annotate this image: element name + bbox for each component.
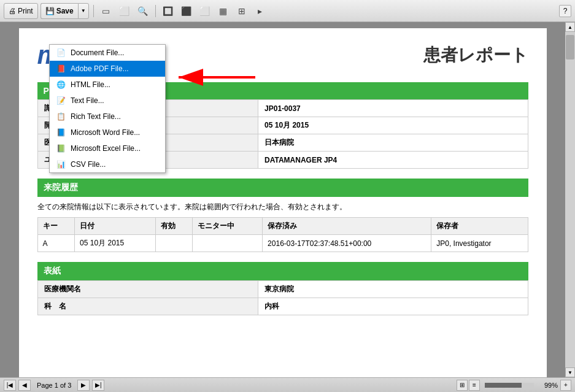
cover-table: 医療機関名 東京病院 科 名 内科 [37, 280, 528, 315]
cell-date: 05 10月 2015 [75, 235, 156, 252]
grid-view-button[interactable]: ⊞ [457, 380, 468, 391]
search-icon: 🔍 [137, 6, 148, 16]
value-cell: 内科 [258, 298, 528, 315]
two-page-button[interactable]: ⬜ [117, 3, 133, 19]
zoom-slider-fill [485, 383, 522, 388]
visit-description: 全ての来院情報は以下に表示されています。来院は範囲内で行われた場合、有効とされま… [37, 202, 528, 212]
col-saved: 保存済み [263, 218, 431, 235]
separator-1 [93, 5, 94, 17]
value-cell: 東京病院 [258, 281, 528, 298]
excel-file-icon: 📗 [56, 144, 66, 153]
value-cell: JP01-0037 [258, 100, 528, 117]
value-cell: DATAMANAGER JP4 [258, 152, 528, 169]
cell-valid [155, 235, 193, 252]
help-button[interactable]: ? [559, 5, 571, 17]
menu-item-rich-text-file[interactable]: 📋 Rich Text File... [50, 109, 165, 125]
menu-item-excel-file-label: Microsoft Excel File... [71, 144, 141, 153]
cell-saver: JP0, Investigator [431, 235, 528, 252]
visit-history-header: 来院履歴 [37, 179, 528, 197]
value-cell: 05 10月 2015 [258, 117, 528, 134]
scroll-up-button[interactable]: ▲ [565, 22, 575, 32]
menu-item-text-file[interactable]: 📝 Text File... [50, 93, 165, 109]
print-button[interactable]: 🖨 Print [4, 3, 38, 19]
menu-item-csv-file-label: CSV File... [71, 160, 106, 169]
html-file-icon: 🌐 [56, 80, 66, 90]
table-row: A 05 10月 2015 2016-03-17T02:37:48.51+00:… [37, 235, 528, 252]
zoom-expand-button[interactable]: + [560, 380, 571, 391]
cell-key: A [37, 235, 75, 252]
zoom-fit-icon: ⬛ [181, 6, 191, 16]
zoom-fit-button[interactable]: ⬛ [179, 3, 195, 19]
more-button[interactable]: ▸ [252, 3, 268, 19]
two-page-icon: ⬜ [119, 6, 129, 16]
rich-text-file-icon: 📋 [56, 112, 66, 121]
separator-2 [155, 5, 156, 17]
zoom-width-button[interactable]: ⬜ [197, 3, 213, 19]
visit-table: キー 日付 有効 モニター中 保存済み 保存者 A 05 10月 2015 [37, 217, 528, 252]
col-monitoring: モニター中 [193, 218, 263, 235]
scroll-thumb [566, 35, 574, 60]
single-page-icon: ▭ [102, 6, 110, 16]
grid-button[interactable]: ⊞ [234, 3, 250, 19]
zoom-custom-button[interactable]: ▦ [215, 3, 231, 19]
zoom-level: 99% [536, 382, 558, 389]
next-page-button[interactable]: ▶ [77, 380, 90, 391]
save-group: 💾 Save ▼ [41, 3, 89, 19]
toolbar: 🖨 Print 💾 Save ▼ ▭ ⬜ 🔍 🔲 ⬛ ⬜ ▦ ⊞ ▸ ? [0, 0, 575, 22]
menu-item-html-file-label: HTML File... [71, 80, 110, 89]
save-dropdown-menu: 📄 Document File... 📕 Adobe PDF File... 🌐… [49, 44, 166, 173]
page-info: Page 1 of 3 [33, 382, 75, 389]
grid-icon: ⊞ [238, 6, 245, 16]
zoom-out-button[interactable]: 🔲 [160, 3, 176, 19]
last-page-button[interactable]: ▶| [92, 380, 104, 391]
menu-item-adobe-pdf-label: Adobe PDF File... [71, 64, 129, 73]
col-key: キー [37, 218, 75, 235]
label-cell: 医療機関名 [37, 281, 258, 298]
zoom-area: ⊞ ≡ 99% + [457, 380, 571, 391]
status-bar: |◀ ◀ Page 1 of 3 ▶ ▶| ⊞ ≡ 99% + [0, 377, 575, 392]
label-cell: 科 名 [37, 298, 258, 315]
col-saver: 保存者 [431, 218, 528, 235]
more-icon: ▸ [258, 6, 262, 16]
search-button[interactable]: 🔍 [135, 3, 151, 19]
word-file-icon: 📘 [56, 128, 66, 137]
menu-item-html-file[interactable]: 🌐 HTML File... [50, 77, 165, 93]
chevron-down-icon: ▼ [81, 8, 86, 13]
save-label: Save [56, 7, 74, 15]
cover-header: 表紙 [37, 262, 528, 280]
save-button[interactable]: 💾 Save [41, 3, 78, 19]
zoom-slider[interactable] [485, 383, 534, 388]
menu-item-document-file[interactable]: 📄 Document File... [50, 45, 165, 61]
document-file-icon: 📄 [56, 48, 66, 58]
table-header-row: キー 日付 有効 モニター中 保存済み 保存者 [37, 218, 528, 235]
cell-saved: 2016-03-17T02:37:48.51+00:00 [263, 235, 431, 252]
print-label: Print [18, 7, 33, 15]
menu-item-excel-file[interactable]: 📗 Microsoft Excel File... [50, 140, 165, 156]
value-cell: 日本病院 [258, 134, 528, 152]
col-valid: 有効 [155, 218, 193, 235]
cell-monitoring [193, 235, 263, 252]
zoom-out-icon: 🔲 [163, 6, 173, 16]
prev-page-button[interactable]: ◀ [18, 380, 31, 391]
single-page-button[interactable]: ▭ [98, 3, 114, 19]
save-dropdown-button[interactable]: ▼ [78, 3, 89, 19]
menu-item-adobe-pdf[interactable]: 📕 Adobe PDF File... [50, 61, 165, 77]
menu-item-word-file-label: Microsoft Word File... [71, 128, 140, 137]
menu-item-csv-file[interactable]: 📊 CSV File... [50, 156, 165, 172]
csv-file-icon: 📊 [56, 159, 66, 169]
adobe-pdf-icon: 📕 [56, 64, 66, 74]
vertical-scrollbar[interactable]: ▲ ▼ [565, 22, 575, 377]
help-label: ? [563, 7, 568, 15]
table-row: 医療機関名 東京病院 [37, 281, 528, 298]
print-icon: 🖨 [9, 7, 16, 15]
menu-item-text-file-label: Text File... [71, 96, 104, 105]
scroll-down-button[interactable]: ▼ [565, 367, 575, 377]
table-row: 科 名 内科 [37, 298, 528, 315]
list-view-button[interactable]: ≡ [469, 380, 480, 391]
col-date: 日付 [75, 218, 156, 235]
zoom-width-icon: ⬜ [199, 6, 210, 16]
menu-item-document-file-label: Document File... [71, 48, 124, 57]
menu-item-word-file[interactable]: 📘 Microsoft Word File... [50, 125, 165, 140]
first-page-button[interactable]: |◀ [4, 380, 16, 391]
zoom-custom-icon: ▦ [219, 6, 227, 16]
